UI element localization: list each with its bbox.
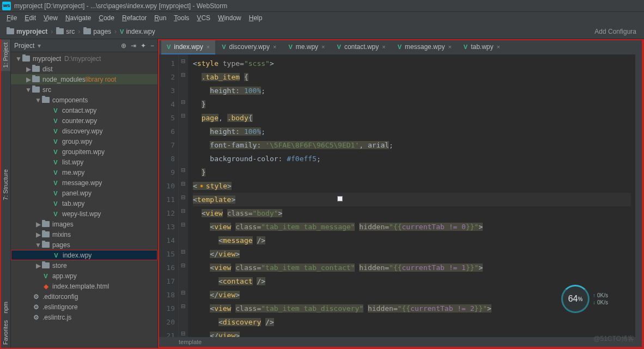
- code-line[interactable]: </view>: [193, 329, 631, 337]
- code-line[interactable]: <template>: [193, 193, 631, 206]
- tool----project[interactable]: 1: Project: [1, 39, 10, 71]
- tree-row[interactable]: ⚙.eslintrc.js: [11, 312, 157, 322]
- tree-row[interactable]: ▶store: [11, 260, 157, 271]
- editor-tab[interactable]: Vcontact.wpy×: [332, 40, 391, 54]
- menu-window[interactable]: Window: [215, 13, 245, 23]
- menu-vcs[interactable]: VCS: [193, 13, 214, 23]
- menu-navigate[interactable]: Navigate: [62, 13, 94, 23]
- code-line[interactable]: }: [193, 97, 631, 111]
- menu-refactor[interactable]: Refactor: [119, 13, 150, 23]
- editor-tab[interactable]: Vme.wpy×: [283, 40, 330, 54]
- menu-tools[interactable]: Tools: [171, 13, 192, 23]
- close-icon[interactable]: ×: [273, 44, 276, 50]
- tree-row[interactable]: ⚙.eslintignore: [11, 302, 157, 312]
- editor-scrollbar[interactable]: [635, 54, 642, 337]
- perf-widget[interactable]: 64% 0K/s 0K/s: [561, 284, 632, 314]
- tree-row[interactable]: Vgroup.wpy: [11, 136, 157, 146]
- close-icon[interactable]: ×: [382, 44, 385, 50]
- code-line[interactable]: .tab_item {: [193, 70, 631, 84]
- tree-twisty[interactable]: ▶: [35, 262, 41, 270]
- tree-row[interactable]: Vgroupitem.wpy: [11, 146, 157, 157]
- gear-icon[interactable]: ✦: [141, 42, 146, 50]
- code-line[interactable]: height: 100%;: [193, 125, 631, 138]
- crumb-pages[interactable]: pages: [82, 28, 112, 35]
- code-line[interactable]: background-color: #f0eff5;: [193, 152, 631, 166]
- tree-row[interactable]: ▶images: [11, 219, 157, 229]
- tree-twisty[interactable]: ▼: [35, 96, 41, 104]
- menu-edit[interactable]: Edit: [21, 13, 39, 23]
- color-swatch[interactable]: [337, 196, 343, 201]
- editor-tab[interactable]: Vindex.wpy×: [161, 40, 215, 54]
- menu-code[interactable]: Code: [95, 13, 118, 23]
- tree-twisty[interactable]: ▼: [15, 55, 22, 63]
- code-line[interactable]: <view class="tab_item tab_contact" hidde…: [193, 261, 631, 274]
- tree-row[interactable]: Vdiscovery.wpy: [11, 126, 157, 136]
- code-line[interactable]: <message />: [193, 234, 631, 247]
- tree-row[interactable]: Vcounter.wpy: [11, 115, 157, 126]
- crumb-src[interactable]: src: [55, 28, 76, 35]
- code-line[interactable]: page, .body{: [193, 111, 631, 125]
- tree-row[interactable]: ▼src: [11, 84, 157, 95]
- folder-icon: [56, 28, 64, 34]
- code-line[interactable]: }: [193, 166, 631, 179]
- menu-help[interactable]: Help: [246, 13, 266, 23]
- tree-row[interactable]: ▼components: [11, 95, 157, 105]
- code-line[interactable]: <discovery />: [193, 315, 631, 329]
- tree-twisty[interactable]: ▼: [25, 86, 32, 94]
- editor-tab[interactable]: Vmessage.wpy×: [392, 40, 457, 54]
- tree-twisty[interactable]: ▶: [35, 231, 41, 238]
- tool-npm[interactable]: npm: [1, 298, 10, 316]
- menu-view[interactable]: View: [40, 13, 61, 23]
- code-line[interactable]: <style type="scss">: [193, 57, 631, 70]
- tree-row[interactable]: ▶node_moduleslibrary root: [11, 74, 157, 84]
- tree-row[interactable]: ⚙.editorconfig: [11, 291, 157, 302]
- close-icon[interactable]: ×: [448, 44, 451, 50]
- tree-row[interactable]: Vlist.wpy: [11, 157, 157, 167]
- hide-panel-icon[interactable]: −: [150, 42, 154, 50]
- code-line[interactable]: <view class="tab_item tab_message" hidde…: [193, 220, 631, 234]
- tree-row[interactable]: Vcontact.wpy: [11, 105, 157, 115]
- tree-row[interactable]: Vpanel.wpy: [11, 188, 157, 198]
- menu-run[interactable]: Run: [151, 13, 169, 23]
- tree-row[interactable]: Vme.wpy: [11, 167, 157, 177]
- tool-favorites[interactable]: Favorites: [1, 317, 10, 348]
- tree-row[interactable]: ▶dist: [11, 64, 157, 74]
- code-line[interactable]: <🔸style>: [193, 179, 631, 193]
- crumb-file[interactable]: Vindex.wpy: [119, 28, 156, 35]
- add-configuration-button[interactable]: Add Configura: [594, 28, 639, 35]
- close-icon[interactable]: ×: [497, 44, 500, 50]
- tree-twisty[interactable]: ▶: [35, 221, 41, 228]
- tree-row[interactable]: Vmessage.wpy: [11, 177, 157, 188]
- tree-row[interactable]: ◆index.template.html: [11, 281, 157, 291]
- close-icon[interactable]: ×: [206, 44, 210, 50]
- vue-icon: V: [53, 159, 57, 166]
- tree-row[interactable]: ▼myprojectD:\myproject: [11, 53, 157, 64]
- editor-breadcrumb[interactable]: template: [159, 337, 642, 347]
- close-icon[interactable]: ×: [321, 44, 325, 50]
- fold-column[interactable]: ⊟⊟⊟⊟⊟⊟⊟⊟⊟⊟⊟⊟⊟⊟: [179, 54, 189, 337]
- menu-file[interactable]: File: [3, 13, 20, 23]
- tool----structure[interactable]: 7: Structure: [1, 166, 10, 204]
- tree-twisty[interactable]: ▶: [25, 76, 32, 83]
- tree-twisty[interactable]: ▶: [25, 65, 32, 73]
- settings-icon[interactable]: ⊕: [121, 42, 126, 50]
- project-tree[interactable]: ▼myprojectD:\myproject▶dist▶node_modules…: [11, 52, 157, 348]
- tree-row[interactable]: Vindex.wpy: [11, 250, 157, 260]
- code-line[interactable]: height: 100%;: [193, 84, 631, 97]
- chevron-down-icon[interactable]: ▾: [38, 42, 41, 50]
- editor-tab[interactable]: Vtab.wpy×: [458, 40, 506, 54]
- tree-twisty[interactable]: ▼: [35, 241, 41, 249]
- tree-row[interactable]: Vtab.wpy: [11, 198, 157, 209]
- tree-row[interactable]: Vwepy-list.wpy: [11, 209, 157, 219]
- tree-row[interactable]: ▼pages: [11, 240, 157, 250]
- crumb-project[interactable]: myproject: [5, 28, 48, 35]
- code-line[interactable]: <view class="body">: [193, 206, 631, 220]
- folder-icon: [32, 87, 40, 93]
- editor-tab[interactable]: Vdiscovery.wpy×: [216, 40, 282, 54]
- tree-label: discovery.wpy: [62, 127, 102, 135]
- code-line[interactable]: font-family: '\5FAE\8F6F\96C5\9ED1', ari…: [193, 138, 631, 152]
- tree-row[interactable]: ▶mixins: [11, 229, 157, 240]
- code-line[interactable]: </view>: [193, 247, 631, 261]
- collapse-icon[interactable]: ⇥: [131, 42, 136, 50]
- tree-row[interactable]: Vapp.wpy: [11, 271, 157, 281]
